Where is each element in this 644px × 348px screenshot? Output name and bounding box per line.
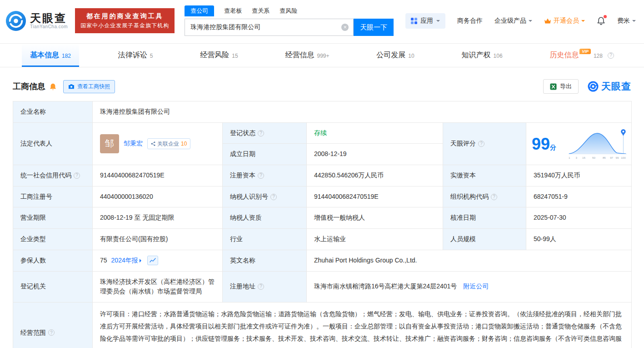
legal-rep-label: 法定代表人: [13, 122, 93, 165]
help-icon[interactable]: ?: [74, 172, 80, 179]
view-snapshot-button[interactable]: 查看工商快照: [63, 80, 115, 93]
logo-title: 天眼查: [30, 12, 68, 24]
reg-address-cell: 珠海市南水镇榕湾路16号高栏港大厦第24层2401号 附近公司: [307, 271, 632, 302]
english-name-value: Zhuhai Port Holdings Group Co.,Ltd.: [307, 250, 632, 271]
insured-trend-chart-icon[interactable]: [147, 256, 158, 265]
reg-number-label: 工商注册号: [13, 186, 93, 207]
chevron-down-icon: [529, 20, 532, 24]
business-term-value: 2008-12-19 至 无固定期限: [93, 207, 223, 229]
promo-line1: 都在用的商业查询工具: [80, 11, 169, 21]
search-tab-risk[interactable]: 查风险: [280, 5, 297, 16]
apps-menu-label: 应用: [420, 17, 433, 25]
legal-rep-avatar[interactable]: 邹: [100, 134, 119, 153]
score-tick: 15: [582, 156, 585, 159]
tab-history-info[interactable]: 历史信息 VIP 128 ?: [541, 44, 622, 67]
tab-count: 999+: [317, 53, 329, 59]
company-name-label: 企业名称: [13, 101, 93, 123]
tab-label: 历史信息: [549, 50, 579, 60]
search-input[interactable]: [190, 23, 341, 31]
promo-line2: 国家中小企业发展子基金旗下机构: [80, 21, 169, 30]
help-icon[interactable]: ?: [270, 194, 277, 200]
taxpayer-quality-label: 纳税人资质: [223, 207, 307, 229]
business-info-table: 企业名称 珠海港控股集团有限公司 法定代表人 邹 邹秉宏 关联企业 10 登记状…: [13, 101, 632, 348]
business-term-label: 营业期限: [13, 207, 93, 229]
excel-icon: [550, 83, 557, 90]
nav-open-membership[interactable]: 开通会员: [544, 17, 585, 25]
reg-capital-label: 注册资本?: [223, 165, 307, 187]
search-row: × 天眼一下: [185, 19, 394, 36]
help-icon[interactable]: ?: [608, 52, 614, 59]
score-tick: 99: [616, 156, 619, 159]
reg-status-value: 存续: [307, 122, 443, 144]
company-name-value: 珠海港控股集团有限公司: [93, 101, 632, 123]
tianyan-score-cell: 99分 1 3 15 50 85: [526, 122, 632, 165]
related-companies-count: 10: [181, 140, 187, 148]
tianyan-score-label: 天眼评分?: [443, 122, 526, 165]
score-distribution-chart: 1 3 15 50 85 97 99 100: [568, 127, 628, 161]
related-companies-label: 关联企业: [157, 140, 179, 148]
score-tick: 50: [592, 156, 595, 159]
tab-operating-info[interactable]: 经营信息 999+: [277, 44, 338, 67]
score-tick: 1: [569, 156, 570, 159]
crown-icon: [544, 18, 551, 24]
approval-date-value: 2025-07-30: [526, 207, 632, 229]
search-tabs: 查公司 查老板 查关系 查风险: [185, 5, 394, 16]
org-code-label: 组织机构代码?: [443, 186, 526, 207]
tab-legal-proceedings[interactable]: 法律诉讼 5: [110, 44, 161, 67]
nav-open-membership-label: 开通会员: [554, 17, 579, 25]
nav-business-cooperation[interactable]: 商务合作: [457, 17, 483, 25]
clear-search-icon[interactable]: ×: [341, 24, 349, 31]
credit-code-label: 统一社会信用代码?: [13, 165, 93, 187]
camera-icon: [68, 84, 75, 89]
tab-intellectual-property[interactable]: 知识产权 106: [454, 44, 511, 67]
taxpayer-id-value: 91440400682470519E: [307, 186, 443, 207]
help-icon[interactable]: ?: [48, 329, 55, 336]
search-tab-boss[interactable]: 查老板: [224, 5, 242, 16]
tab-basic-info[interactable]: 基本信息 182: [22, 44, 79, 67]
tab-company-development[interactable]: 公司发展 10: [368, 44, 422, 67]
annual-report-link[interactable]: 2024年报: [111, 256, 143, 266]
reg-authority-label: 登记机关: [13, 271, 93, 302]
tab-label: 经营风险: [200, 50, 229, 60]
tab-operating-risk[interactable]: 经营风险 15: [192, 44, 246, 67]
notification-bell-icon[interactable]: [597, 16, 605, 25]
reg-number-value: 440400000136020: [93, 186, 223, 207]
credit-code-value: 91440400682470519E: [93, 165, 223, 187]
score-tick: 85: [603, 156, 606, 159]
tianyancha-logo[interactable]: 天眼查 TianYanCha.com: [5, 10, 68, 31]
apps-menu[interactable]: 应用: [405, 13, 445, 29]
legal-rep-name-link[interactable]: 邹秉宏: [124, 139, 143, 149]
table-row: 经营范围? 许可项目：港口经营；水路普通货物运输；水路危险货物运输；道路货物运输…: [13, 302, 632, 348]
search-tab-company[interactable]: 查公司: [185, 5, 214, 16]
export-button[interactable]: 导出: [543, 79, 579, 94]
help-icon[interactable]: ?: [491, 194, 497, 200]
search-box: ×: [185, 19, 354, 36]
related-companies-badge[interactable]: 关联企业 10: [147, 138, 190, 150]
help-icon[interactable]: ?: [258, 283, 264, 290]
insured-count-value: 75: [100, 256, 107, 266]
tab-count: 15: [232, 53, 238, 59]
table-row: 法定代表人 邹 邹秉宏 关联企业 10 登记状态? 存续 天眼评分?: [13, 122, 632, 144]
tianyancha-watermark: 天眼查: [588, 80, 631, 93]
reg-address-value: 珠海市南水镇榕湾路16号高栏港大厦第24层2401号: [314, 282, 457, 290]
company-type-value: 有限责任公司(国有控股): [93, 229, 223, 250]
logo-subtitle: TianYanCha.com: [30, 24, 68, 29]
reg-address-label: 注册地址?: [223, 271, 307, 302]
nearby-companies-link[interactable]: 附近公司: [463, 282, 489, 290]
nav-business-cooperation-label: 商务合作: [457, 17, 483, 25]
user-menu[interactable]: 费米: [617, 17, 636, 25]
subscribe-bell-icon[interactable]: [49, 83, 57, 91]
search-tab-relation[interactable]: 查关系: [252, 5, 270, 16]
tab-label: 经营信息: [285, 50, 315, 60]
help-icon[interactable]: ?: [478, 141, 484, 147]
table-row: 企业名称 珠海港控股集团有限公司: [13, 101, 632, 123]
score-tick: 3: [575, 156, 577, 159]
search-button[interactable]: 天眼一下: [354, 19, 394, 36]
help-icon[interactable]: ?: [258, 172, 264, 179]
vip-badge: VIP: [579, 49, 591, 54]
view-snapshot-label: 查看工商快照: [77, 83, 110, 91]
business-scope-label: 经营范围?: [13, 302, 93, 348]
help-icon[interactable]: ?: [258, 130, 264, 136]
user-menu-label: 费米: [617, 17, 630, 25]
nav-enterprise-products[interactable]: 企业级产品: [494, 17, 532, 25]
